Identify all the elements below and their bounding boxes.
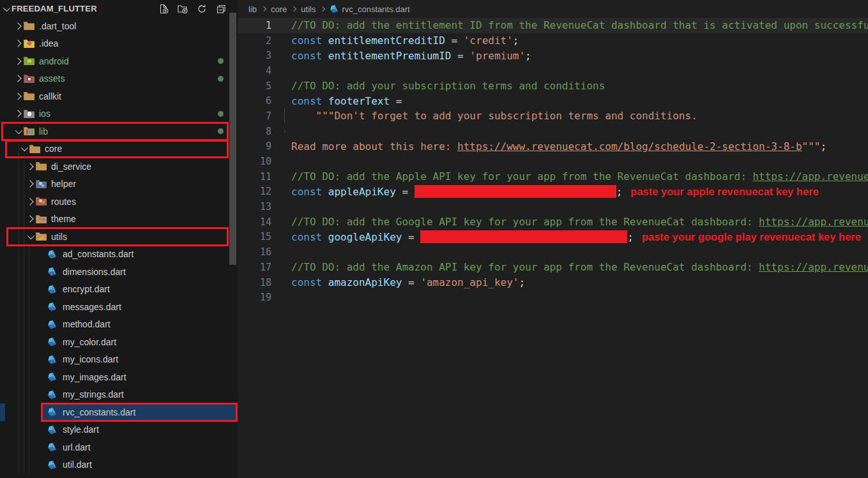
- breadcrumb-separator-icon: [291, 6, 296, 11]
- breadcrumb-item-core[interactable]: core: [271, 4, 287, 14]
- tree-item-messages-dart[interactable]: messages.dart: [0, 298, 238, 316]
- line-number: 9: [238, 140, 271, 152]
- dart-file-icon: [47, 372, 59, 382]
- tree-item-label: theme: [51, 214, 76, 224]
- code-line-11[interactable]: 11//TO DO: add the Apple API key for you…: [238, 169, 868, 184]
- code-token-keyword: const: [291, 34, 322, 47]
- folder-android-icon: [24, 56, 35, 66]
- tree-item-label: dimensions.dart: [63, 267, 126, 277]
- code-token-operator: ;: [820, 140, 826, 153]
- new-folder-icon[interactable]: [178, 4, 188, 14]
- code-line-13[interactable]: 13: [238, 199, 868, 214]
- chevron-right-icon: [14, 40, 21, 47]
- tree-item-core[interactable]: core: [0, 140, 238, 158]
- breadcrumb-item-lib[interactable]: lib: [248, 4, 257, 14]
- tree-item-lib[interactable]: lib: [0, 123, 238, 140]
- tree-item-label: my_strings.dart: [63, 389, 124, 400]
- line-number: 13: [238, 201, 271, 213]
- git-modified-dot: [218, 111, 224, 117]
- sidebar-scrollbar[interactable]: [229, 13, 236, 265]
- red-highlight-box: [1, 122, 229, 141]
- dart-file-icon: [47, 267, 59, 276]
- code-line-10[interactable]: 10: [238, 154, 868, 169]
- code-text: const entitlementPremiumID = 'premium';: [291, 50, 531, 62]
- tree-item-rvc_constants-dart[interactable]: rvc_constants.dart: [0, 403, 238, 421]
- code-token-variable: entitlementPremiumID: [322, 50, 457, 62]
- code-line-19[interactable]: 19: [238, 290, 868, 305]
- code-token-string_link[interactable]: https://www.revenuecat.com/blog/schedule…: [457, 140, 802, 153]
- file-tree: .dart_tool.ideaandroidassetscallkitiosli…: [0, 17, 238, 474]
- tree-item-encrypt-dart[interactable]: encrypt.dart: [0, 281, 238, 299]
- refresh-icon[interactable]: [197, 4, 207, 14]
- redacted-api-key: [420, 230, 627, 243]
- tree-item-util-dart[interactable]: util.dart: [0, 456, 238, 474]
- tree-item-my_strings-dart[interactable]: my_strings.dart: [0, 386, 238, 404]
- folder-plain-icon: [24, 91, 35, 101]
- line-number: 14: [238, 216, 271, 228]
- code-token-comment_link[interactable]: https://app.revenu: [759, 216, 868, 228]
- line-number: 3: [238, 50, 271, 61]
- chevron-right-icon: [14, 75, 21, 82]
- tree-item-assets[interactable]: assets: [0, 70, 238, 88]
- code-line-9[interactable]: 9Read more about this here: https://www.…: [238, 139, 868, 154]
- chevron-down-icon: [3, 4, 10, 11]
- code-token-string: 'credit': [464, 34, 513, 47]
- tree-item-routes[interactable]: routes: [0, 193, 238, 211]
- code-token-comment_link[interactable]: https://app.revenu: [759, 261, 868, 273]
- tree-item--idea[interactable]: .idea: [0, 35, 238, 53]
- code-token-operator: =: [396, 95, 402, 107]
- code-token-string: """Don't forget to add your subscription…: [291, 110, 697, 122]
- line-number: 2: [238, 35, 271, 47]
- tree-item-ad_constants-dart[interactable]: ad_constants.dart: [0, 246, 238, 264]
- code-token-keyword: const: [291, 276, 322, 288]
- code-token-operator: ;: [519, 276, 525, 288]
- new-file-icon[interactable]: [158, 4, 169, 14]
- tree-item-ios[interactable]: ios: [0, 105, 238, 123]
- code-line-3[interactable]: 3const entitlementPremiumID = 'premium';: [238, 48, 868, 63]
- tree-item-theme[interactable]: theme: [0, 211, 238, 228]
- code-line-14[interactable]: 14//TO DO: add the Google API key for yo…: [238, 214, 868, 230]
- code-line-6[interactable]: 6const footerText =: [238, 93, 868, 108]
- breadcrumb-item-utils[interactable]: utils: [301, 4, 316, 14]
- git-modified-dot: [218, 76, 224, 82]
- dart-file-icon: [47, 285, 59, 294]
- tree-item-label: style.dart: [63, 424, 99, 435]
- tree-item-helper[interactable]: helper: [0, 176, 238, 193]
- code-line-7[interactable]: 7 """Don't forget to add your subscripti…: [238, 108, 868, 124]
- code-line-16[interactable]: 16: [238, 244, 868, 260]
- tree-item-utils[interactable]: utils: [0, 228, 238, 246]
- code-area[interactable]: 1//TO DO: add the entitlement ID from th…: [238, 18, 868, 478]
- code-token-comment_link[interactable]: https://app.revenue: [752, 170, 868, 183]
- tree-item-android[interactable]: android: [0, 52, 238, 70]
- chevron-right-icon: [14, 22, 21, 29]
- code-line-8[interactable]: 8: [238, 124, 868, 139]
- code-line-12[interactable]: 12const appleApiKey = ;paste your apple …: [238, 184, 868, 200]
- code-line-2[interactable]: 2const entitlementCreditID = 'credit';: [238, 33, 868, 49]
- breadcrumb-separator-icon: [320, 6, 325, 11]
- collapse-all-icon[interactable]: [216, 4, 226, 14]
- tree-item-callkit[interactable]: callkit: [0, 87, 238, 105]
- chevron-right-icon: [14, 93, 21, 100]
- tree-item-style-dart[interactable]: style.dart: [0, 421, 238, 439]
- code-line-18[interactable]: 18const amazonApiKey = 'amazon_api_key';: [238, 275, 868, 290]
- explorer-root-row[interactable]: FREEDAM_FLUTTER: [0, 0, 238, 17]
- code-line-5[interactable]: 5//TO DO: add your subscription terms an…: [238, 78, 868, 94]
- code-token-variable: footerText: [322, 95, 396, 107]
- code-line-4[interactable]: 4: [238, 63, 868, 78]
- code-line-1[interactable]: 1//TO DO: add the entitlement ID from th…: [238, 18, 868, 33]
- tree-item-method-dart[interactable]: method.dart: [0, 316, 238, 334]
- tree-item-my_images-dart[interactable]: my_images.dart: [0, 368, 238, 386]
- tree-item-url-dart[interactable]: url.dart: [0, 438, 238, 456]
- code-token-string: 'amazon_api_key': [420, 276, 519, 288]
- code-line-15[interactable]: 15const googleApiKey = ;paste your googl…: [238, 230, 868, 245]
- tree-item-di_service[interactable]: di_service: [0, 158, 238, 176]
- code-text: const googleApiKey = ;paste your google …: [291, 230, 861, 243]
- breadcrumb-item-rvc_constants-dart[interactable]: rvc_constants.dart: [342, 4, 409, 14]
- code-token-operator: =: [402, 186, 414, 198]
- tree-item-my_icons-dart[interactable]: my_icons.dart: [0, 351, 238, 369]
- explorer-root-label: FREEDAM_FLUTTER: [11, 4, 97, 13]
- tree-item-dimensions-dart[interactable]: dimensions.dart: [0, 263, 238, 281]
- tree-item-my_color-dart[interactable]: my_color.dart: [0, 333, 238, 351]
- tree-item--dart_tool[interactable]: .dart_tool: [0, 17, 238, 35]
- code-line-17[interactable]: 17//TO DO: add the Amazon API key for yo…: [238, 260, 868, 275]
